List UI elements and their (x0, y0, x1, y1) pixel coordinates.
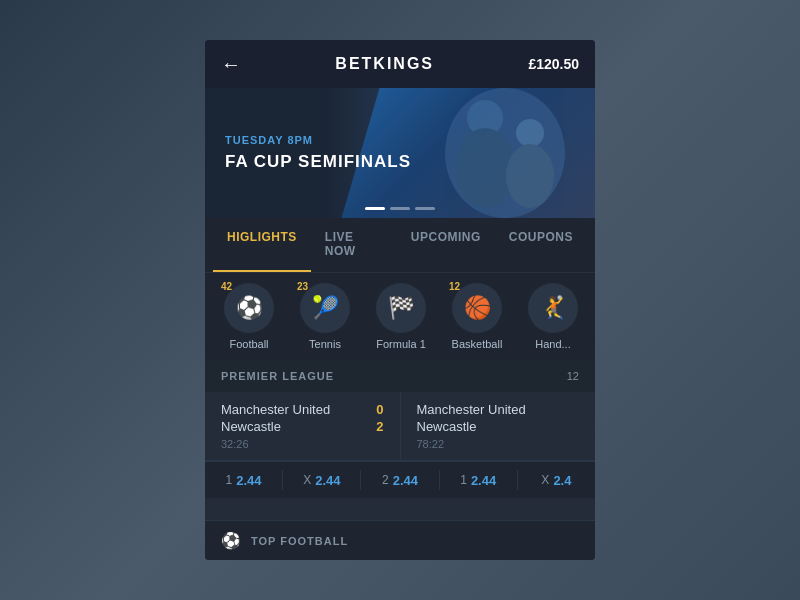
hero-banner[interactable]: TUESDAY 8PM FA CUP SEMIFINALS (205, 88, 595, 218)
odd-group-3[interactable]: 2 2.44 (361, 473, 438, 488)
team4-name: Newcastle (417, 419, 477, 434)
team1-name: Manchester United (221, 402, 330, 417)
league-count: 12 (567, 370, 579, 382)
handball-icon: 🤾 (528, 283, 578, 333)
match-row-1[interactable]: Manchester United 0 Newcastle 2 32:26 Ma… (205, 392, 595, 461)
odd-group-1[interactable]: 1 2.44 (205, 473, 282, 488)
handball-label: Hand... (535, 338, 570, 350)
footer-title: TOP FOOTBALL (251, 535, 348, 547)
league-section-header: PREMIER LEAGUE 12 (205, 360, 595, 392)
svg-point-3 (516, 119, 544, 147)
sports-categories: 42 ⚽ Football 23 🎾 Tennis 🏁 Formula 1 12… (205, 273, 595, 360)
odd-group-4[interactable]: 1 2.44 (440, 473, 517, 488)
match-time-1: 32:26 (221, 438, 384, 450)
team-row-2: Newcastle 2 (221, 419, 384, 434)
sport-item-basketball[interactable]: 12 🏀 Basketball (441, 283, 513, 350)
balance-display: £120.50 (528, 56, 579, 72)
odd-group-5[interactable]: X 2.4 (518, 473, 595, 488)
footer-section[interactable]: ⚽ TOP FOOTBALL (205, 520, 595, 560)
hero-date: TUESDAY 8PM (225, 134, 411, 146)
sport-item-handball[interactable]: 🤾 Hand... (517, 283, 589, 350)
match-section: PREMIER LEAGUE 12 Manchester United 0 Ne… (205, 360, 595, 520)
sport-item-tennis[interactable]: 23 🎾 Tennis (289, 283, 361, 350)
match-left: Manchester United 0 Newcastle 2 32:26 (205, 392, 401, 460)
formula1-label: Formula 1 (376, 338, 426, 350)
hero-title: FA CUP SEMIFINALS (225, 152, 411, 172)
back-button[interactable]: ← (221, 53, 241, 76)
tab-live-now[interactable]: LIVE NOW (311, 218, 397, 272)
odd-value-4: 2.44 (471, 473, 496, 488)
football-count: 42 (221, 281, 232, 292)
tabs-bar: HIGLIGHTS LIVE NOW UPCOMING COUPONS (205, 218, 595, 273)
match-right: Manchester United Newcastle 78:22 (401, 392, 596, 460)
formula1-icon: 🏁 (376, 283, 426, 333)
app-container: ← BETKINGS £120.50 TUESDAY 8PM FA CUP SE… (205, 40, 595, 560)
header: ← BETKINGS £120.50 (205, 40, 595, 88)
sport-item-formula1[interactable]: 🏁 Formula 1 (365, 283, 437, 350)
tab-coupons[interactable]: COUPONS (495, 218, 587, 272)
team2-name: Newcastle (221, 419, 281, 434)
svg-point-2 (455, 128, 515, 208)
hero-pagination-dots (365, 207, 435, 210)
basketball-count: 12 (449, 281, 460, 292)
team2-score: 2 (376, 419, 383, 434)
odd-label-1: 1 (226, 473, 233, 487)
odd-value-3: 2.44 (393, 473, 418, 488)
team-row-1: Manchester United 0 (221, 402, 384, 417)
odd-group-2[interactable]: X 2.44 (283, 473, 360, 488)
app-title: BETKINGS (335, 55, 434, 73)
hero-dot-2[interactable] (390, 207, 410, 210)
league-title: PREMIER LEAGUE (221, 370, 334, 382)
basketball-label: Basketball (452, 338, 503, 350)
match-time-2: 78:22 (417, 438, 580, 450)
odd-label-2: X (303, 473, 311, 487)
tennis-label: Tennis (309, 338, 341, 350)
odd-value-5: 2.4 (553, 473, 571, 488)
odd-value-1: 2.44 (236, 473, 261, 488)
hero-dot-3[interactable] (415, 207, 435, 210)
tennis-count: 23 (297, 281, 308, 292)
football-label: Football (229, 338, 268, 350)
odd-label-5: X (541, 473, 549, 487)
odd-label-3: 2 (382, 473, 389, 487)
footer-football-icon: ⚽ (221, 531, 241, 550)
svg-point-4 (506, 144, 554, 208)
team1-score: 0 (376, 402, 383, 417)
sport-item-football[interactable]: 42 ⚽ Football (213, 283, 285, 350)
tab-highlights[interactable]: HIGLIGHTS (213, 218, 311, 272)
odd-value-2: 2.44 (315, 473, 340, 488)
odd-label-4: 1 (460, 473, 467, 487)
tab-upcoming[interactable]: UPCOMING (397, 218, 495, 272)
hero-dot-1[interactable] (365, 207, 385, 210)
hero-content: TUESDAY 8PM FA CUP SEMIFINALS (225, 134, 411, 172)
odds-row: 1 2.44 X 2.44 2 2.44 1 2.44 X 2.4 (205, 461, 595, 498)
team3-name: Manchester United (417, 402, 526, 417)
team-row-4: Newcastle (417, 419, 580, 434)
team-row-3: Manchester United (417, 402, 580, 417)
